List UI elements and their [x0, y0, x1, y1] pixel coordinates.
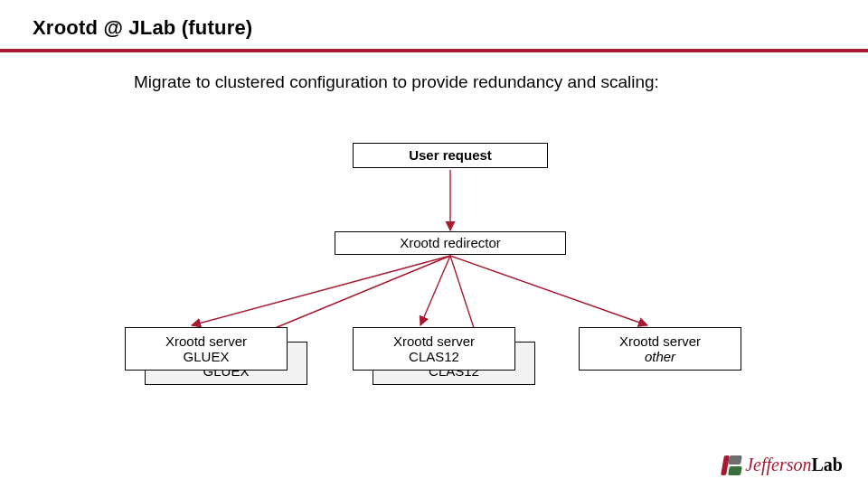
svg-line-5 — [450, 256, 647, 325]
title-underline — [0, 49, 868, 52]
gluex-front-label: GLUEX — [184, 349, 230, 364]
box-user-request: User request — [353, 143, 548, 168]
other-label: other — [645, 349, 675, 364]
box-other: Xrootd server other — [579, 327, 741, 371]
clas12-server-label: Xrootd server — [393, 333, 475, 349]
jlab-logo: JeffersonLab — [720, 455, 843, 475]
clas12-front-label: CLAS12 — [409, 349, 459, 364]
page-title: Xrootd @ JLab (future) — [33, 16, 252, 40]
logo-jeff: Jefferson — [745, 455, 811, 474]
jlab-logo-mark — [720, 455, 740, 475]
other-server-label: Xrootd server — [619, 333, 701, 349]
user-request-label: User request — [409, 147, 492, 163]
svg-line-1 — [192, 256, 450, 325]
box-gluex-front: Xrootd server GLUEX — [125, 327, 288, 371]
logo-lab: Lab — [812, 455, 843, 474]
box-redirector: Xrootd redirector — [335, 231, 566, 255]
redirector-label: Xrootd redirector — [400, 235, 501, 250]
gluex-server-label: Xrootd server — [165, 333, 247, 349]
slide-root: Xrootd @ JLab (future) Migrate to cluste… — [0, 0, 868, 488]
box-clas12-front: Xrootd server CLAS12 — [353, 327, 515, 371]
svg-line-3 — [420, 256, 450, 325]
subtitle: Migrate to clustered configuration to pr… — [134, 72, 659, 92]
